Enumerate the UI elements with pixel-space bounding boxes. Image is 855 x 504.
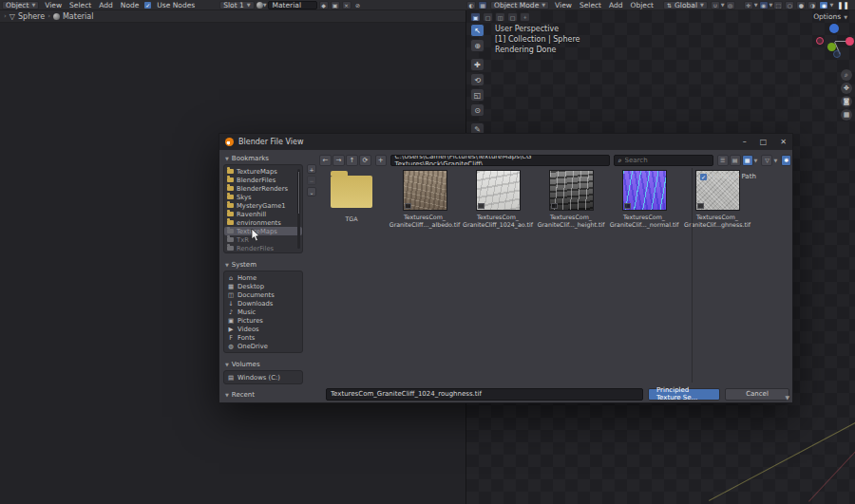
cancel-button[interactable]: Cancel [725, 388, 789, 401]
menu-add[interactable]: Add [95, 1, 117, 9]
display-vertical-list-icon[interactable]: ☰ [717, 155, 729, 166]
vp-menu-view[interactable]: View [551, 1, 576, 9]
viewport-toggle-5-icon[interactable]: ＋ [520, 12, 530, 22]
options-dropdown[interactable]: Options ▼ [813, 12, 847, 21]
shading-rendered-icon[interactable]: ◉ [819, 1, 828, 9]
unlink-material-icon[interactable]: × [342, 1, 352, 9]
zoom-icon[interactable]: ⌕ [841, 69, 852, 81]
display-horizontal-list-icon[interactable]: ▤ [730, 155, 741, 166]
ortho-grid-icon[interactable]: ▦ [841, 109, 852, 121]
pin-icon[interactable]: ⊘ [353, 1, 363, 9]
shading-material-icon[interactable]: ◑ [808, 1, 817, 9]
volume-item[interactable]: ▤Windows (C:) [224, 373, 302, 382]
system-item[interactable]: ♪Music [224, 308, 302, 316]
gizmo-z-neg[interactable] [833, 50, 841, 58]
create-folder-button[interactable]: + [375, 155, 387, 166]
ao-thumbnail[interactable] [476, 170, 521, 211]
file-tile-height[interactable]: TexturesCom_ GraniteClif..._height.tif [542, 170, 600, 228]
breadcrumb-material[interactable]: Material [63, 12, 94, 21]
bookmarks-section-header[interactable]: ▼Bookmarks [223, 153, 316, 164]
viewport-toggle-1-icon[interactable]: ▣ [470, 12, 481, 22]
fake-user-shield-icon[interactable]: ◆ [319, 1, 329, 9]
cursor-tool-icon[interactable]: ⊕ [470, 39, 484, 52]
remove-bookmark-button[interactable]: − [307, 176, 316, 185]
move-tool-icon[interactable]: ✚ [470, 58, 484, 71]
bookmark-item[interactable]: MysteryGame1 [224, 201, 302, 210]
normal-thumbnail[interactable] [622, 170, 667, 211]
volumes-section-header[interactable]: ▼Volumes [223, 359, 316, 370]
close-button[interactable]: ✕ [780, 138, 787, 146]
pause-render-icon[interactable]: ❚❚ [833, 1, 853, 9]
bookmark-item[interactable]: Skys [224, 193, 302, 201]
xray-toggle-icon[interactable]: ⬚ [773, 1, 783, 9]
system-section-header[interactable]: ▼System [223, 259, 316, 271]
viewport-toggle-4-icon[interactable]: ▢ [507, 12, 518, 22]
relative-path-checkbox[interactable]: ✓ [700, 174, 707, 180]
albedo-thumbnail[interactable] [403, 170, 447, 211]
object-mode-dropdown[interactable]: Object Mode ▼ [490, 1, 549, 9]
material-name-field[interactable]: Material [268, 1, 317, 9]
transform-tool-icon[interactable]: ⊙ [470, 103, 484, 117]
file-tile-ao[interactable]: TexturesCom_ GraniteCliff_1024_ao.tif [468, 170, 527, 228]
refresh-button[interactable]: ⟳ [359, 155, 371, 166]
filename-input[interactable] [331, 390, 638, 398]
bookmark-item[interactable]: environments [224, 218, 302, 227]
viewport-toggle-2-icon[interactable]: ▢ [483, 12, 493, 22]
shading-wireframe-icon[interactable]: ○ [785, 1, 794, 9]
system-item[interactable]: ◍OneDrive [224, 342, 302, 350]
system-item[interactable]: ▣Pictures [224, 316, 302, 325]
parent-dir-button[interactable]: ↑ [346, 155, 358, 166]
vp-menu-add[interactable]: Add [605, 1, 627, 9]
camera-view-icon[interactable]: ◙ [841, 96, 852, 107]
bookmark-item-missing[interactable]: RenderFiles [224, 244, 302, 252]
proportional-edit-icon[interactable]: ◎ [726, 1, 735, 9]
menu-select[interactable]: Select [66, 1, 95, 9]
back-button[interactable]: ← [319, 155, 332, 166]
use-nodes-checkbox[interactable]: ✓ [144, 2, 151, 9]
dialog-titlebar[interactable]: Blender File View – □ ✕ [219, 134, 792, 150]
viewport-toggle-3-icon[interactable]: ◫ [495, 12, 505, 22]
gizmo-x-neg[interactable] [816, 37, 824, 45]
system-item[interactable]: ▦Desktop [224, 282, 302, 290]
add-bookmark-button[interactable]: + [307, 164, 316, 174]
height-thumbnail[interactable] [549, 170, 594, 211]
folder-thumbnail[interactable] [331, 176, 372, 208]
file-tile-normal[interactable]: TexturesCom_ GraniteClif..._normal.tif [615, 170, 674, 228]
bookmark-item[interactable]: BlenderFiles [224, 176, 302, 184]
breadcrumb-object[interactable]: Sphere [18, 12, 45, 21]
system-item[interactable]: ⌂Home [224, 273, 302, 282]
shading-solid-icon[interactable]: ● [796, 1, 806, 9]
options-gear-icon[interactable]: ✱ [781, 155, 791, 166]
vp-menu-object[interactable]: Object [627, 1, 657, 9]
overlays-toggle-icon[interactable]: ◉ [759, 1, 769, 9]
bookmark-item-missing[interactable]: TxR [224, 235, 302, 244]
minimize-button[interactable]: – [743, 138, 747, 146]
maximize-button[interactable]: □ [760, 138, 768, 146]
select-tool-icon[interactable]: ↖ [470, 24, 484, 37]
bookmark-more-button[interactable]: ⌄ [307, 187, 316, 196]
file-tile-folder[interactable]: TGA [322, 170, 381, 223]
material-preview-icon[interactable] [256, 2, 263, 9]
bookmark-item-missing-selected[interactable]: TextureMaps [224, 227, 302, 235]
search-input[interactable] [625, 157, 709, 164]
new-material-copy-icon[interactable]: ▣ [331, 1, 340, 9]
filename-field[interactable] [326, 388, 643, 401]
transform-orientation-dropdown[interactable]: ⇅ Global ▼ [663, 1, 708, 9]
gizmo-z-axis[interactable] [829, 24, 839, 33]
scale-tool-icon[interactable]: ◱ [470, 88, 484, 102]
bookmarks-scrollbar[interactable] [297, 169, 300, 249]
accept-button[interactable]: Principled Texture Se... [648, 388, 720, 401]
vp-menu-select[interactable]: Select [576, 1, 605, 9]
file-tile-albedo[interactable]: TexturesCom_ GraniteCliff..._albedo.tif [395, 170, 454, 228]
rotate-tool-icon[interactable]: ⟲ [470, 73, 484, 86]
gizmo-x-axis[interactable] [846, 37, 854, 46]
system-item[interactable]: ↓Downloads [224, 299, 302, 308]
system-item[interactable]: FFonts [224, 333, 302, 342]
search-field[interactable]: ⌕ [614, 155, 713, 166]
bookmark-item[interactable]: BlenderRenders [224, 184, 302, 193]
viewport-editor-type-icon[interactable]: ◐ [466, 1, 476, 9]
forward-button[interactable]: → [332, 155, 345, 166]
system-item[interactable]: ◫Documents [224, 290, 302, 299]
pan-hand-icon[interactable]: ✥ [841, 83, 852, 94]
editor-type-dropdown[interactable]: Object ▼ [2, 1, 39, 9]
